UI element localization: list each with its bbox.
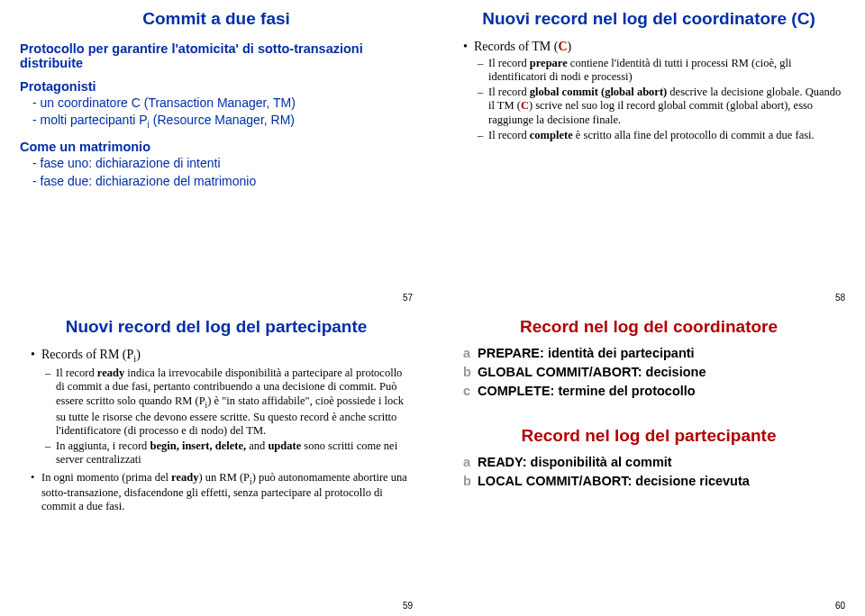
text: PREPARE: identità dei partecipanti xyxy=(478,346,695,360)
text: - molti partecipanti P xyxy=(32,113,148,127)
slide-58: Nuovi record nel log del coordinatore (C… xyxy=(432,0,865,308)
bullet: Records of RM (Pi) xyxy=(31,348,413,365)
slide-title: Nuovi record nel log del coordinatore (C… xyxy=(452,9,845,29)
text: (Resource Manager, RM) xyxy=(150,113,295,127)
dash-item: Il record prepare contiene l'identità di… xyxy=(478,57,845,85)
heading: Protocollo per garantire l'atomicita' di… xyxy=(20,41,413,70)
text: Records of TM ( xyxy=(474,40,558,53)
body-line: - un coordinatore C (Transaction Manager… xyxy=(32,95,413,112)
list-item: aREADY: disponibilità al commit xyxy=(463,453,845,472)
body-line: - molti partecipanti Pi (Resource Manage… xyxy=(32,113,413,131)
heading: Protagonisti xyxy=(20,79,413,94)
bullet: Records of TM (C) xyxy=(463,40,845,55)
body-line: - fase uno: dichiarazione di intenti xyxy=(32,156,413,172)
text: GLOBAL COMMIT/ABORT: decisione xyxy=(478,365,706,379)
slide-title: Record nel log del coordinatore xyxy=(452,317,845,337)
dash-item: In aggiunta, i record begin, insert, del… xyxy=(45,439,413,467)
slide-57: Commit a due fasi Protocollo per garanti… xyxy=(0,0,432,308)
dash-item: Il record ready indica la irrevocabile d… xyxy=(45,367,413,438)
page-number: 58 xyxy=(835,293,845,303)
text-red: C xyxy=(558,40,567,53)
text: COMPLETE: termine del protocollo xyxy=(478,384,696,398)
slide-grid: Commit a due fasi Protocollo per garanti… xyxy=(0,0,865,616)
text: READY: disponibilità al commit xyxy=(478,455,672,469)
page-number: 60 xyxy=(835,601,845,611)
abc-list: aREADY: disponibilità al commit bLOCAL C… xyxy=(463,453,845,491)
slide-60: Record nel log del coordinatore aPREPARE… xyxy=(432,308,865,616)
page-number: 57 xyxy=(403,293,413,303)
bullet: In ogni momento (prima del ready) un RM … xyxy=(31,471,413,514)
slide-title: Commit a due fasi xyxy=(20,9,413,29)
slide-title: Nuovi record del log del partecipante xyxy=(20,317,413,337)
list-item: cCOMPLETE: termine del protocollo xyxy=(463,382,845,401)
abc-list: aPREPARE: identità dei partecipanti bGLO… xyxy=(463,344,845,401)
page-number: 59 xyxy=(403,601,413,611)
list-label: a xyxy=(463,453,478,472)
list-item: bGLOBAL COMMIT/ABORT: decisione xyxy=(463,363,845,382)
dash-item: Il record global commit (global abort) d… xyxy=(478,86,845,127)
list-label: c xyxy=(463,382,478,401)
list-label: a xyxy=(463,344,478,363)
list-item: aPREPARE: identità dei partecipanti xyxy=(463,344,845,363)
body-line: - fase due: dichiarazione del matrimonio xyxy=(32,174,413,190)
text: Records of RM (P xyxy=(41,348,133,361)
list-item: bLOCAL COMMIT/ABORT: decisione ricevuta xyxy=(463,472,845,491)
list-label: b xyxy=(463,472,478,491)
slide-59: Nuovi record del log del partecipante Re… xyxy=(0,308,432,616)
list-label: b xyxy=(463,363,478,382)
slide-title: Record nel log del partecipante xyxy=(452,426,845,446)
text: ) xyxy=(568,40,572,53)
text: ) xyxy=(136,348,141,361)
text: LOCAL COMMIT/ABORT: decisione ricevuta xyxy=(478,474,750,488)
dash-item: Il record complete è scritto alla fine d… xyxy=(478,129,845,142)
heading: Come un matrimonio xyxy=(20,140,413,154)
